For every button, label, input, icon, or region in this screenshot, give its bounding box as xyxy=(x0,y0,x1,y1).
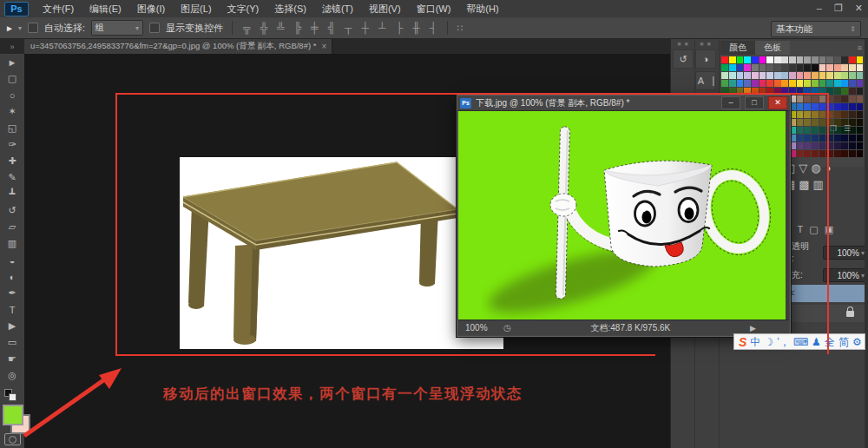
chinese-mode-icon[interactable]: 中 xyxy=(750,337,760,347)
color-swatch[interactable] xyxy=(797,56,804,63)
color-swatch[interactable] xyxy=(849,142,856,149)
color-swatch[interactable] xyxy=(849,111,856,118)
menu-edit[interactable]: 编辑(E) xyxy=(82,0,129,17)
blackwhite-adjustment-icon[interactable]: ▩ xyxy=(799,178,809,191)
background-layer-row[interactable] xyxy=(783,305,865,322)
color-swatch[interactable] xyxy=(797,135,804,142)
color-swatch[interactable] xyxy=(834,72,841,79)
menu-image[interactable]: 图像(I) xyxy=(129,0,173,17)
color-swatch[interactable] xyxy=(819,142,826,149)
color-swatch[interactable] xyxy=(849,150,856,157)
align-left-icon[interactable]: ╠ xyxy=(293,22,304,34)
close-window-icon[interactable]: ✕ xyxy=(855,0,863,16)
character-panel-icon[interactable]: A⎹ xyxy=(695,71,716,90)
color-swatch[interactable] xyxy=(819,103,826,110)
active-layer-row[interactable]: 本 xyxy=(783,285,865,302)
zoom-level-field[interactable]: 100% xyxy=(465,323,495,333)
distribute-vcenter-icon[interactable]: ┼ xyxy=(360,22,372,34)
color-swatch[interactable] xyxy=(766,72,773,79)
color-swatch[interactable] xyxy=(781,56,788,63)
pen-tool[interactable]: ✒ xyxy=(0,285,24,301)
healing-brush-tool[interactable]: ✚ xyxy=(0,153,24,169)
color-swatch[interactable] xyxy=(737,72,744,79)
color-swatch[interactable] xyxy=(737,56,744,63)
color-swatch[interactable] xyxy=(834,64,841,71)
color-swatch[interactable] xyxy=(849,80,856,87)
brush-tool[interactable]: ✎ xyxy=(0,169,24,186)
color-swatch[interactable] xyxy=(857,72,864,79)
color-swatch[interactable] xyxy=(797,103,804,110)
color-swatch[interactable] xyxy=(857,142,864,149)
color-swatch[interactable] xyxy=(819,80,826,87)
panel-menu-icon[interactable]: ☰ xyxy=(844,124,851,133)
color-swatch[interactable] xyxy=(737,80,744,87)
color-swatch[interactable] xyxy=(857,80,864,87)
color-swatch[interactable] xyxy=(841,96,848,102)
sogou-logo-icon[interactable]: S xyxy=(739,336,746,348)
adjustments-panel-icon[interactable]: ◑ xyxy=(695,49,716,69)
align-hcenter-icon[interactable]: ╪ xyxy=(309,22,320,34)
menu-help[interactable]: 帮助(H) xyxy=(458,0,506,17)
color-swatch[interactable] xyxy=(729,56,736,63)
person-icon[interactable]: ♟ xyxy=(812,337,821,347)
color-swatch[interactable] xyxy=(819,96,826,102)
eraser-tool[interactable]: ▱ xyxy=(0,219,24,235)
move-tool[interactable]: ► xyxy=(0,54,24,70)
color-swatch[interactable] xyxy=(804,150,811,157)
shape-tool[interactable]: ▭ xyxy=(0,334,24,351)
floating-document-window[interactable]: Ps 下载.jpg @ 100% (背景 副本, RGB/8#) * –□✕ xyxy=(457,95,791,337)
restore-window-icon[interactable]: ❐ xyxy=(834,0,843,16)
color-swatch[interactable] xyxy=(789,72,796,79)
path-select-tool[interactable]: ▶ xyxy=(0,318,24,334)
eyedropper-tool[interactable]: ✑ xyxy=(0,136,24,153)
color-swatch[interactable] xyxy=(789,80,796,87)
color-swatch[interactable] xyxy=(760,56,766,63)
preset-caret-icon[interactable]: ▾ xyxy=(18,24,22,32)
color-swatch[interactable] xyxy=(812,96,819,102)
color-swatch[interactable] xyxy=(819,127,826,134)
color-swatch[interactable] xyxy=(797,142,804,149)
fw-maximize-icon[interactable]: □ xyxy=(745,96,764,109)
color-swatch[interactable] xyxy=(804,103,811,110)
status-options-arrow-icon[interactable]: ▶ xyxy=(750,324,782,333)
color-swatch[interactable] xyxy=(774,80,781,87)
align-bottom-icon[interactable]: ╩ xyxy=(275,22,286,34)
color-swatch[interactable] xyxy=(797,127,804,134)
color-swatch[interactable] xyxy=(819,135,826,142)
color-swatch[interactable] xyxy=(812,150,819,157)
color-swatch[interactable] xyxy=(834,56,841,63)
color-swatch[interactable] xyxy=(752,80,759,87)
color-swatch[interactable] xyxy=(781,80,788,87)
dodge-tool[interactable]: ◐ xyxy=(0,268,24,285)
color-swatch[interactable] xyxy=(744,80,751,87)
color-swatch[interactable] xyxy=(849,88,856,95)
color-swatch[interactable] xyxy=(819,56,826,63)
color-swatch[interactable] xyxy=(760,64,766,71)
color-swatch[interactable] xyxy=(804,127,811,134)
color-swatch[interactable] xyxy=(857,56,864,63)
color-swatch[interactable] xyxy=(857,103,864,110)
color-swatch[interactable] xyxy=(849,135,856,142)
color-swatch[interactable] xyxy=(812,80,819,87)
color-swatch[interactable] xyxy=(766,56,773,63)
floating-window-titlebar[interactable]: Ps 下载.jpg @ 100% (背景 副本, RGB/8#) * –□✕ xyxy=(457,96,790,111)
color-swatch[interactable] xyxy=(834,103,841,110)
color-swatch[interactable] xyxy=(849,56,856,63)
simplified-icon[interactable]: 简 xyxy=(838,337,849,347)
default-colors-icon[interactable] xyxy=(4,389,16,400)
tab-color[interactable]: 颜色 xyxy=(720,41,755,55)
history-panel-icon[interactable]: ↺ xyxy=(673,49,694,69)
color-swatch[interactable] xyxy=(804,142,811,149)
color-swatch[interactable] xyxy=(797,96,804,102)
color-swatch[interactable] xyxy=(812,56,819,63)
color-swatch[interactable] xyxy=(812,127,819,134)
color-swatch[interactable] xyxy=(797,119,804,126)
menu-select[interactable]: 选择(S) xyxy=(266,0,314,17)
lasso-tool[interactable]: ○ xyxy=(0,87,24,103)
distribute-right-icon[interactable]: ┤ xyxy=(428,22,439,34)
color-swatch[interactable] xyxy=(744,72,751,79)
menu-window[interactable]: 窗口(W) xyxy=(409,0,459,17)
drag-dots-icon[interactable]: ■ ■ xyxy=(677,41,688,47)
color-swatch[interactable] xyxy=(804,64,811,71)
menu-filter[interactable]: 滤镜(T) xyxy=(314,0,361,17)
